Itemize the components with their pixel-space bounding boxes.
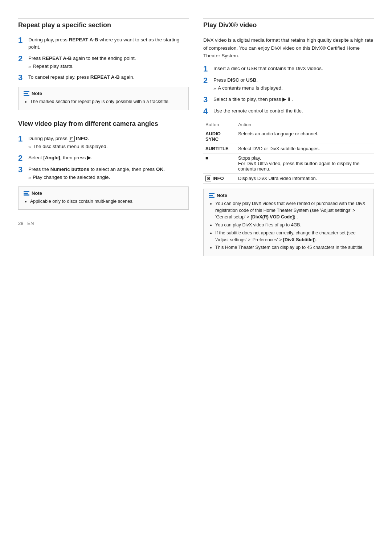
- page-footer: 28 EN: [18, 221, 189, 226]
- angles-note-list: Applicable only to discs contain multi-a…: [24, 198, 183, 205]
- divx-note-label: Note: [217, 193, 227, 198]
- angles-step-3: 3 Press the Numeric buttons to select an…: [18, 166, 189, 181]
- divx-note: Note You can only play DivX videos that …: [203, 189, 374, 256]
- table-cell-action-subtitle: Select DVD or DivX subtitle languages.: [236, 144, 374, 153]
- step-num-1: 1: [18, 36, 28, 44]
- angles-step-2: 2 Select [Angle], then press ▶.: [18, 154, 189, 162]
- divx-step-num-3: 3: [203, 96, 213, 104]
- table-cell-button-audio: AUDIOSYNC: [203, 129, 236, 144]
- step-3-content: To cancel repeat play, press REPEAT A-B …: [28, 74, 189, 81]
- step-2: 2 Press REPEAT A-B again to set the endi…: [18, 55, 189, 70]
- divx-note-header: Note: [209, 193, 368, 198]
- divx-note-item-2: You can play DivX video files of up to 4…: [215, 222, 368, 229]
- divx-table: Button Action AUDIOSYNC Selects an audio…: [203, 120, 374, 184]
- step-1-content: During play, press REPEAT A-B where you …: [28, 36, 189, 51]
- table-header-action: Action: [236, 120, 374, 129]
- left-column: Repeat play a specific section 1 During …: [18, 15, 189, 263]
- angles-note-label: Note: [32, 190, 42, 196]
- divx-step-4: 4 Use the remote control to control the …: [203, 107, 374, 115]
- angles-step-1-content: During play, press ⊡ INFO. » The disc st…: [28, 135, 189, 151]
- sub-arrow-2: »: [28, 63, 31, 70]
- table-row: SUBTITLE Select DVD or DivX subtitle lan…: [203, 144, 374, 153]
- angles-step-1-sub: The disc status menu is displayed.: [33, 143, 107, 150]
- table-cell-action-info: Displays DivX Ultra video information.: [236, 173, 374, 183]
- divx-note-item-1: You can only play DivX videos that were …: [215, 200, 368, 221]
- table-cell-action-stop: Stops play.For DivX Ultra video, press t…: [236, 153, 374, 173]
- angles-step-3-sub: Play changes to the selected angle.: [33, 174, 110, 181]
- table-header-button: Button: [203, 120, 236, 129]
- table-row: AUDIOSYNC Selects an audio language or c…: [203, 129, 374, 144]
- divx-steps: 1 Insert a disc or USB that contains the…: [203, 65, 374, 115]
- table-cell-button-subtitle: SUBTITLE: [203, 144, 236, 153]
- divx-note-icon: [209, 193, 215, 198]
- repeat-play-note-list: The marked section for repeat play is on…: [24, 98, 183, 105]
- section-camera-angles: View video play from different camera an…: [18, 117, 189, 210]
- table-row: ■ Stops play.For DivX Ultra video, press…: [203, 153, 374, 173]
- step-3: 3 To cancel repeat play, press REPEAT A-…: [18, 74, 189, 82]
- sub-arrow-d2: »: [213, 85, 216, 92]
- section-repeat-play-title: Repeat play a specific section: [18, 18, 189, 31]
- divx-note-item-3: If the subtitle does not appear correctl…: [215, 230, 368, 243]
- divx-step-2-content: Press DISC or USB. » A contents menu is …: [213, 77, 374, 92]
- repeat-play-note: Note The marked section for repeat play …: [18, 87, 189, 110]
- repeat-play-note-header: Note: [24, 91, 183, 96]
- angles-note: Note Applicable only to discs contain mu…: [18, 186, 189, 210]
- note-label: Note: [32, 91, 42, 96]
- divx-step-2: 2 Press DISC or USB. » A contents menu i…: [203, 77, 374, 92]
- angles-step-num-1: 1: [18, 135, 28, 143]
- divx-step-3-content: Select a title to play, then press ▶⏸.: [213, 96, 374, 103]
- angles-step-num-2: 2: [18, 154, 28, 162]
- divx-step-num-2: 2: [203, 77, 213, 85]
- divx-step-num-1: 1: [203, 65, 213, 73]
- table-cell-action-audio: Selects an audio language or channel.: [236, 129, 374, 144]
- divx-note-list: You can only play DivX videos that were …: [209, 200, 368, 251]
- step-2-content: Press REPEAT A-B again to set the ending…: [28, 55, 189, 70]
- table-cell-button-stop: ■: [203, 153, 236, 173]
- divx-step-1: 1 Insert a disc or USB that contains the…: [203, 65, 374, 73]
- section-repeat-play: Repeat play a specific section 1 During …: [18, 18, 189, 110]
- divx-step-num-4: 4: [203, 107, 213, 115]
- angles-note-icon: [24, 191, 29, 196]
- divx-step-1-content: Insert a disc or USB that contains the D…: [213, 65, 374, 72]
- step-1: 1 During play, press REPEAT A-B where yo…: [18, 36, 189, 51]
- sub-arrow-a3: »: [28, 174, 31, 181]
- angles-step-1: 1 During play, press ⊡ INFO. » The disc …: [18, 135, 189, 151]
- section-divx-title: Play DivX® video: [203, 18, 374, 31]
- step-2-sub: Repeat play starts.: [33, 63, 74, 70]
- sub-arrow-a1: »: [28, 143, 31, 151]
- section-divx: Play DivX® video DivX video is a digital…: [203, 18, 374, 256]
- divx-step-2-sub: A contents menu is displayed.: [218, 85, 283, 92]
- angles-step-3-content: Press the Numeric buttons to select an a…: [28, 166, 189, 181]
- step-num-2: 2: [18, 55, 28, 63]
- angles-steps: 1 During play, press ⊡ INFO. » The disc …: [18, 135, 189, 181]
- step-num-3: 3: [18, 74, 28, 82]
- repeat-play-steps: 1 During play, press REPEAT A-B where yo…: [18, 36, 189, 82]
- divx-note-item-4: This Home Theater System can display up …: [215, 244, 368, 251]
- page-number: 28 EN: [18, 221, 34, 226]
- note-icon: [24, 91, 29, 96]
- table-row: ⊡ INFO Displays DivX Ultra video informa…: [203, 173, 374, 183]
- angles-note-header: Note: [24, 190, 183, 196]
- divx-step-3: 3 Select a title to play, then press ▶⏸.: [203, 96, 374, 104]
- right-column: Play DivX® video DivX video is a digital…: [203, 15, 374, 263]
- note-item-1: The marked section for repeat play is on…: [30, 98, 183, 105]
- divx-intro: DivX video is a digital media format tha…: [203, 36, 374, 60]
- section-angles-title: View video play from different camera an…: [18, 117, 189, 130]
- angles-note-item-1: Applicable only to discs contain multi-a…: [30, 198, 183, 205]
- angles-step-2-content: Select [Angle], then press ▶.: [28, 154, 189, 161]
- divx-step-4-content: Use the remote control to control the ti…: [213, 107, 374, 115]
- table-cell-button-info: ⊡ INFO: [203, 173, 236, 183]
- angles-step-num-3: 3: [18, 166, 28, 174]
